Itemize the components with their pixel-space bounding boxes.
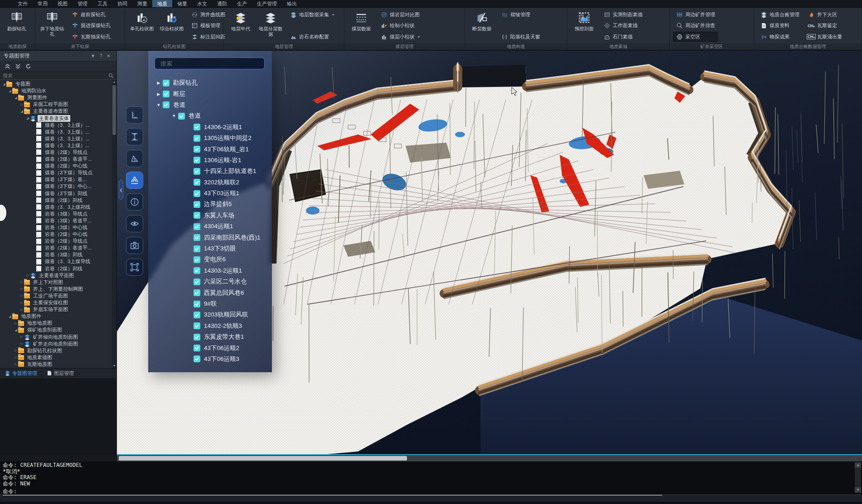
- ribbon-button[interactable]: 物探成果: [758, 32, 802, 41]
- visibility-icon[interactable]: [126, 215, 143, 232]
- menu-tab-9[interactable]: 水文: [192, 0, 212, 7]
- tree-item[interactable]: 煤巷（2煤）巷道平...: [0, 156, 116, 163]
- panel-tab-0[interactable]: 专题图管理: [0, 369, 42, 378]
- layer-item[interactable]: 东翼皮带大巷1: [151, 331, 272, 342]
- layer-item[interactable]: 43下06运顺3: [151, 354, 272, 365]
- collapse-all-icon[interactable]: [5, 63, 10, 69]
- sidebar-search-input[interactable]: [3, 73, 108, 78]
- angle-measure-icon[interactable]: [126, 150, 143, 167]
- tree-item[interactable]: 煤巷（3下煤）中心...: [0, 183, 116, 190]
- tree-item[interactable]: ▷勘探钻孔柱状图: [0, 347, 116, 354]
- tree-item[interactable]: 煤巷（2煤）中心线: [0, 163, 116, 169]
- overlay-search-input[interactable]: [160, 60, 259, 67]
- camera-icon[interactable]: [126, 237, 143, 254]
- tree-item[interactable]: 煤巷（2煤）邦线: [0, 197, 116, 204]
- layer-checkbox-checked[interactable]: [194, 278, 200, 285]
- expanded-arrow-icon[interactable]: ▼: [155, 103, 162, 107]
- ribbon-button[interactable]: 地层年代: [227, 9, 255, 43]
- tree-item[interactable]: ◢煤矿地质剖面图: [0, 326, 116, 333]
- console-scrollbar[interactable]: ▲ ▼: [855, 462, 861, 493]
- collapsed-arrow-icon[interactable]: ▶: [155, 92, 162, 96]
- layer-checkbox-checked[interactable]: [194, 334, 200, 341]
- ribbon-button[interactable]: 煤层数据: [347, 9, 375, 43]
- ribbon-button[interactable]: 地层数据采集▾: [287, 10, 336, 19]
- tree-item[interactable]: 煤巷（2煤）导线点: [0, 149, 116, 156]
- layer-checkbox-checked[interactable]: [194, 146, 200, 153]
- ribbon-button[interactable]: 综合柱状图: [158, 9, 186, 43]
- expanded-arrow-icon[interactable]: ◢: [8, 89, 12, 93]
- layer-checkbox-checked[interactable]: [194, 179, 200, 186]
- tree-item[interactable]: ▷矿井走向地质剖面图: [0, 341, 116, 347]
- layer-item[interactable]: ▼巷道: [151, 100, 272, 110]
- ribbon-button[interactable]: 褶皱管理: [499, 10, 542, 19]
- menu-tab-4[interactable]: 工具: [92, 0, 112, 7]
- tree-scrollbar-thumb[interactable]: [112, 85, 116, 135]
- collapsed-arrow-icon[interactable]: ▷: [19, 280, 24, 284]
- expanded-arrow-icon[interactable]: ◢: [19, 110, 24, 113]
- layer-checkbox-checked[interactable]: [194, 301, 200, 307]
- tree-item[interactable]: ▷瓦斯地质图: [0, 361, 116, 368]
- refresh-icon[interactable]: [25, 63, 31, 69]
- expanded-arrow-icon[interactable]: ◢: [14, 328, 18, 332]
- menu-tab-13[interactable]: 输出: [282, 0, 302, 7]
- tree-item[interactable]: ▷井底车场平面图: [0, 306, 116, 313]
- expanded-arrow-icon[interactable]: ◢: [25, 116, 30, 120]
- ribbon-button[interactable]: 实测剖面素描: [601, 10, 645, 19]
- layer-checkbox-checked[interactable]: [194, 135, 200, 142]
- layer-item[interactable]: 3202轨顺联2: [151, 177, 272, 188]
- ribbon-button[interactable]: 瓦斯抽采钻孔: [69, 32, 113, 41]
- layer-checkbox-checked[interactable]: [194, 212, 200, 219]
- ribbon-button[interactable]: 预想剖面: [570, 9, 598, 43]
- collapsed-arrow-icon[interactable]: ▷: [14, 355, 18, 359]
- layer-item[interactable]: 43下06轨顺_岩1: [151, 144, 272, 154]
- layer-item[interactable]: 9#联: [151, 298, 272, 309]
- height-measure-icon[interactable]: [126, 128, 143, 145]
- collapsed-arrow-icon[interactable]: ▷: [19, 308, 24, 312]
- ribbon-button[interactable]: CH₄瓦斯涌出量: [805, 32, 844, 41]
- tree-item[interactable]: ◢主要巷道布置图: [0, 108, 116, 115]
- info-icon[interactable]: [126, 193, 143, 211]
- layer-checkbox-checked[interactable]: [194, 190, 200, 197]
- layer-checkbox-checked[interactable]: [178, 113, 185, 120]
- layer-item[interactable]: 43下06运顺2: [151, 342, 272, 353]
- tree-item[interactable]: 岩巷（2煤）导线点: [0, 238, 116, 245]
- ribbon-button[interactable]: 模板管理: [189, 21, 228, 30]
- console-scroll-down-icon[interactable]: ▼: [855, 487, 861, 493]
- menu-tab-8[interactable]: 储量: [172, 0, 192, 7]
- horizontal-scrollbar[interactable]: [0, 455, 862, 461]
- collapsed-arrow-icon[interactable]: ▷: [14, 362, 18, 366]
- collapsed-arrow-icon[interactable]: ▷: [25, 274, 30, 277]
- layer-item[interactable]: 1306运顺-岩1: [151, 155, 272, 166]
- ribbon-button[interactable]: 陷落柱及天窗: [499, 32, 542, 41]
- layer-checkbox-checked[interactable]: [194, 157, 200, 163]
- section-tool-icon[interactable]: [126, 172, 143, 189]
- ribbon-button[interactable]: 超前探钻孔: [69, 10, 113, 19]
- layer-checkbox-checked[interactable]: [194, 345, 200, 351]
- panel-close-icon[interactable]: ✕: [105, 53, 113, 58]
- layer-item[interactable]: 4304运顺1: [151, 221, 272, 232]
- tree-item[interactable]: 岩巷（2煤）巷道平...: [0, 245, 116, 251]
- expanded-arrow-icon[interactable]: ◢: [14, 96, 18, 100]
- menu-tab-1[interactable]: 常用: [33, 0, 53, 7]
- tree-item[interactable]: ◢测量图件: [0, 94, 116, 101]
- layer-item[interactable]: 1305运顺中间提2: [151, 133, 272, 144]
- layer-checkbox-checked[interactable]: [163, 80, 169, 86]
- ribbon-button[interactable]: 地层分层数据: [257, 9, 285, 43]
- collapsed-arrow-icon[interactable]: ▷: [19, 342, 24, 346]
- ribbon-button[interactable]: 掘进探煤钻孔: [69, 21, 113, 30]
- command-prompt[interactable]: 命令:: [3, 488, 662, 495]
- tree-item[interactable]: ◢主要巷道实体: [0, 115, 116, 121]
- panel-dropdown-icon[interactable]: ▼: [88, 53, 97, 58]
- layer-checkbox-checked[interactable]: [194, 201, 200, 208]
- expanded-arrow-icon[interactable]: ◢: [2, 82, 6, 86]
- tree-item[interactable]: 煤巷（3下煤）邦线: [0, 190, 116, 197]
- layer-item[interactable]: ▼巷道: [151, 110, 272, 121]
- ribbon-button[interactable]: 工作面素描: [601, 21, 645, 30]
- tree-item[interactable]: 岩巷（3煤）导线点: [0, 211, 116, 217]
- layer-item[interactable]: ▶勘探钻孔: [151, 77, 272, 88]
- menu-tab-11[interactable]: 生产: [232, 0, 252, 7]
- menu-tab-6[interactable]: 测量: [132, 0, 152, 7]
- scroll-down-icon[interactable]: ▼: [112, 364, 116, 368]
- layer-checkbox-checked[interactable]: [194, 245, 200, 252]
- layer-item[interactable]: 143下3切眼: [151, 243, 272, 254]
